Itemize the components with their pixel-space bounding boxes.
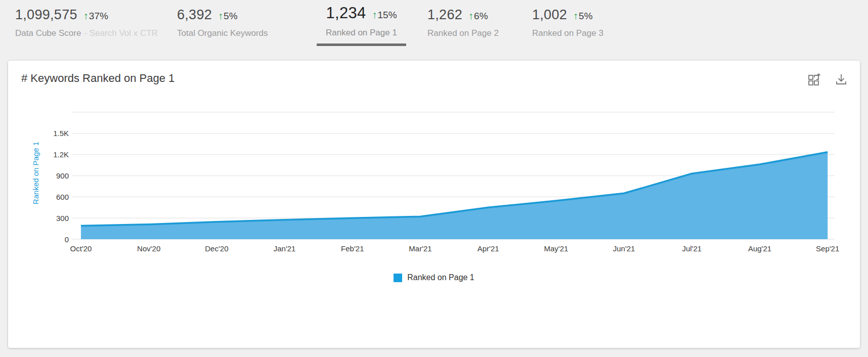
svg-text:0: 0 <box>65 235 69 244</box>
legend-swatch <box>394 274 402 282</box>
kpi-stats-bar: 1,099,575 ↑37% Data Cube Score- Search V… <box>0 0 868 61</box>
card-actions <box>807 73 848 86</box>
svg-text:Jul'21: Jul'21 <box>682 244 702 253</box>
keywords-area-chart: 03006009001.2K1.5KOct'20Nov'20Dec'20Jan'… <box>8 109 860 265</box>
svg-text:1.2K: 1.2K <box>53 150 69 159</box>
up-arrow-icon: ↑ <box>218 10 223 22</box>
svg-text:Apr'21: Apr'21 <box>478 244 499 253</box>
svg-text:300: 300 <box>56 214 69 222</box>
stat-value: 1,002 <box>532 7 567 23</box>
svg-text:Nov'20: Nov'20 <box>137 244 160 253</box>
svg-text:900: 900 <box>56 171 69 180</box>
svg-text:1.5K: 1.5K <box>53 129 69 138</box>
card-title: # Keywords Ranked on Page 1 <box>21 72 175 85</box>
stat-delta: ↑5% <box>218 10 237 22</box>
stat-value: 1,099,575 <box>15 7 77 23</box>
stat-label: Total Organic Keywords <box>177 28 268 38</box>
svg-text:Jan'21: Jan'21 <box>274 244 296 253</box>
svg-text:Mar'21: Mar'21 <box>409 244 431 253</box>
stat-delta-value: 6% <box>474 11 488 22</box>
stat-delta-value: 5% <box>224 11 237 22</box>
svg-text:Aug'21: Aug'21 <box>748 244 771 253</box>
stat-ranked-on-page-1-active[interactable]: 1,234 ↑15% Ranked on Page 1 <box>317 4 406 46</box>
svg-text:Jun'21: Jun'21 <box>613 244 635 253</box>
legend-item-ranked-on-page-1[interactable]: Ranked on Page 1 <box>394 273 474 282</box>
active-stat-underline <box>317 43 406 46</box>
stat-delta-value: 15% <box>378 10 397 21</box>
stat-delta: ↑6% <box>468 10 488 22</box>
stat-delta: ↑37% <box>83 10 108 22</box>
stat-sublabel: - Search Vol x CTR <box>84 28 158 38</box>
stat-ranked-on-page-3[interactable]: 1,002 ↑5% Ranked on Page 3 <box>532 7 603 38</box>
stat-value: 1,234 <box>326 4 366 22</box>
svg-text:Sep'21: Sep'21 <box>816 244 839 253</box>
stat-delta: ↑5% <box>573 10 592 22</box>
keywords-chart-card: # Keywords Ranked on Page 1 0300 <box>8 61 860 348</box>
legend-label: Ranked on Page 1 <box>407 273 474 282</box>
chart-legend: Ranked on Page 1 <box>8 273 860 282</box>
up-arrow-icon: ↑ <box>573 10 578 22</box>
stat-label: Data Cube Score- Search Vol x CTR <box>15 28 158 38</box>
svg-text:Dec'20: Dec'20 <box>205 244 228 253</box>
svg-text:Feb'21: Feb'21 <box>341 244 364 253</box>
stat-value-row: 1,234 ↑15% <box>317 4 406 22</box>
stat-value-row: 1,099,575 ↑37% <box>15 7 158 23</box>
stat-value-row: 1,002 ↑5% <box>532 7 603 23</box>
stat-value-row: 1,262 ↑6% <box>427 7 499 23</box>
stat-value-row: 6,392 ↑5% <box>177 7 268 23</box>
svg-text:Ranked on Page 1: Ranked on Page 1 <box>31 142 40 204</box>
page: 1,099,575 ↑37% Data Cube Score- Search V… <box>0 0 868 357</box>
stat-delta-value: 37% <box>89 11 108 22</box>
stat-delta-value: 5% <box>579 11 592 22</box>
stat-value: 1,262 <box>427 7 462 23</box>
up-arrow-icon: ↑ <box>83 10 89 22</box>
svg-text:May'21: May'21 <box>544 244 568 253</box>
stat-total-organic-keywords[interactable]: 6,392 ↑5% Total Organic Keywords <box>177 7 268 38</box>
add-to-dashboard-icon[interactable] <box>807 73 820 86</box>
stat-data-cube-score[interactable]: 1,099,575 ↑37% Data Cube Score- Search V… <box>15 7 158 38</box>
stat-label: Ranked on Page 3 <box>532 28 603 38</box>
up-arrow-icon: ↑ <box>372 9 377 21</box>
download-icon[interactable] <box>835 73 848 86</box>
svg-text:Oct'20: Oct'20 <box>70 244 92 253</box>
stat-delta: ↑15% <box>372 9 397 21</box>
stat-value: 6,392 <box>177 7 212 23</box>
stat-ranked-on-page-2[interactable]: 1,262 ↑6% Ranked on Page 2 <box>427 7 499 38</box>
stat-label: Ranked on Page 2 <box>427 28 499 38</box>
up-arrow-icon: ↑ <box>468 10 473 22</box>
stat-label: Ranked on Page 1 <box>317 28 406 38</box>
svg-text:600: 600 <box>56 193 69 201</box>
